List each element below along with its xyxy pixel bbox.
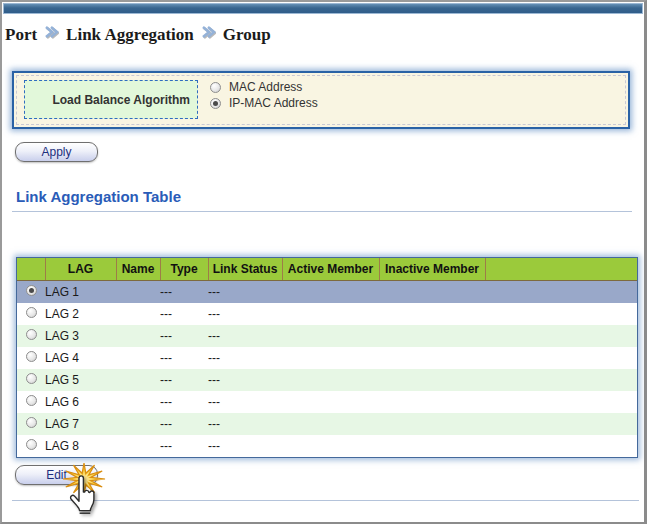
cell-inactive-member [379,347,485,369]
table-row-lag1[interactable]: LAG 1 --- --- [17,281,637,304]
table-row-lag7[interactable]: LAG 7 --- --- [17,413,637,435]
row-select-radio[interactable] [26,439,37,450]
table-row-lag6[interactable]: LAG 6 --- --- [17,391,637,413]
cell-inactive-member [379,391,485,413]
cell-name [116,435,160,457]
cell-active-member [282,435,379,457]
cell-lag: LAG 2 [45,303,116,325]
cell-type: --- [160,369,208,391]
cell-link-status: --- [208,325,282,347]
cell-type: --- [160,281,208,304]
row-select-radio[interactable] [26,285,37,296]
breadcrumb-item-link-aggregation[interactable]: Link Aggregation [66,25,194,45]
cell-link-status: --- [208,281,282,304]
cell-active-member [282,347,379,369]
header-select [17,258,45,281]
header-filler [485,258,637,281]
cell-active-member [282,413,379,435]
cell-lag: LAG 4 [45,347,116,369]
cell-name [116,413,160,435]
radio-label-mac: MAC Address [229,80,302,94]
cell-type: --- [160,413,208,435]
cell-name [116,325,160,347]
cell-inactive-member [379,413,485,435]
cell-link-status: --- [208,369,282,391]
header-name: Name [116,258,160,281]
header-link-status: Link Status [208,258,282,281]
breadcrumb-item-group[interactable]: Group [223,25,271,45]
cell-lag: LAG 6 [45,391,116,413]
header-active-member: Active Member [282,258,379,281]
cell-type: --- [160,325,208,347]
cell-type: --- [160,391,208,413]
cell-inactive-member [379,325,485,347]
switch-admin-page: Port Link Aggregation Group Load Balance… [0,0,647,524]
table-title: Link Aggregation Table [16,188,181,205]
edit-button[interactable]: Edit [15,465,98,485]
radio-mac-address[interactable] [210,82,221,93]
cell-active-member [282,369,379,391]
cell-lag: LAG 5 [45,369,116,391]
cell-name [116,303,160,325]
radio-ip-mac-address[interactable] [210,98,221,109]
breadcrumb: Port Link Aggregation Group [5,24,271,46]
load-balance-panel: Load Balance Algorithm MAC Address IP-MA… [12,71,630,129]
table-row-lag5[interactable]: LAG 5 --- --- [17,369,637,391]
cell-name [116,281,160,304]
cell-active-member [282,391,379,413]
header-type: Type [160,258,208,281]
cell-lag: LAG 7 [45,413,116,435]
cell-inactive-member [379,281,485,304]
cell-type: --- [160,303,208,325]
radio-label-ip-mac: IP-MAC Address [229,96,318,110]
breadcrumb-chevron-icon [44,25,59,46]
row-select-radio[interactable] [26,351,37,362]
row-select-radio[interactable] [26,307,37,318]
cell-lag: LAG 3 [45,325,116,347]
cell-name [116,347,160,369]
table-header-row: LAG Name Type Link Status Active Member … [17,258,637,281]
table-row-lag3[interactable]: LAG 3 --- --- [17,325,637,347]
load-balance-radio-group: MAC Address IP-MAC Address [210,79,318,111]
cell-active-member [282,325,379,347]
header-inactive-member: Inactive Member [379,258,485,281]
row-select-radio[interactable] [26,395,37,406]
cell-name [116,369,160,391]
cell-link-status: --- [208,435,282,457]
cell-link-status: --- [208,391,282,413]
table-row-lag4[interactable]: LAG 4 --- --- [17,347,637,369]
table-row-lag2[interactable]: LAG 2 --- --- [17,303,637,325]
cell-lag: LAG 1 [45,281,116,304]
row-select-radio[interactable] [26,329,37,340]
top-title-bar [3,3,643,14]
cell-type: --- [160,347,208,369]
row-select-radio[interactable] [26,373,37,384]
cell-inactive-member [379,303,485,325]
row-select-radio[interactable] [26,417,37,428]
cell-name [116,391,160,413]
cell-active-member [282,303,379,325]
breadcrumb-chevron-icon [201,25,216,46]
cell-link-status: --- [208,303,282,325]
radio-option-mac: MAC Address [210,79,318,95]
cell-lag: LAG 8 [45,435,116,457]
cell-inactive-member [379,369,485,391]
divider-line [12,211,632,212]
cell-inactive-member [379,435,485,457]
divider-line [12,500,639,501]
breadcrumb-item-port[interactable]: Port [5,25,37,45]
table-row-lag8[interactable]: LAG 8 --- --- [17,435,637,457]
load-balance-label: Load Balance Algorithm [24,80,198,119]
link-aggregation-table: LAG Name Type Link Status Active Member … [16,257,638,458]
cell-type: --- [160,435,208,457]
cell-link-status: --- [208,347,282,369]
cell-active-member [282,281,379,304]
header-lag: LAG [45,258,116,281]
cell-link-status: --- [208,413,282,435]
apply-button[interactable]: Apply [15,142,98,162]
radio-option-ip-mac: IP-MAC Address [210,95,318,111]
